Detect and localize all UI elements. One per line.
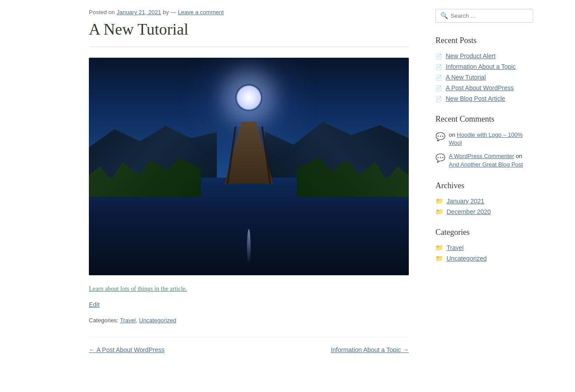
list-item: 📄 A New Tutorial [435, 74, 533, 81]
doc-icon: 📄 [435, 53, 442, 59]
recent-post-link-5[interactable]: New Blog Post Article [446, 95, 505, 102]
comment-bubble-icon-2: 💬 [435, 153, 445, 163]
edit-link[interactable]: Edit [89, 301, 100, 308]
category-travel[interactable]: Travel [120, 317, 136, 324]
post-body-link[interactable]: Learn about lots of things in the articl… [89, 285, 187, 292]
comment-on-label-2: on [516, 153, 522, 159]
folder-icon: 📁 [435, 198, 443, 205]
page-wrapper: Posted on January 21, 2021 by — Leave a … [0, 0, 575, 371]
category-uncategorized[interactable]: Uncategorized [139, 317, 176, 324]
category-link-1[interactable]: Travel [447, 244, 463, 251]
leave-comment-prefix: — [171, 9, 176, 16]
by-label: by [163, 9, 170, 16]
category-link-2[interactable]: Uncategorized [447, 255, 487, 262]
post-title: A New Tutorial [89, 20, 409, 39]
post-divider [89, 47, 409, 47]
post-meta: Posted on January 21, 2021 by — Leave a … [89, 9, 409, 16]
categories-heading: Categories [435, 228, 533, 237]
recent-post-link-4[interactable]: A Post About WordPress [446, 84, 514, 91]
main-content: Posted on January 21, 2021 by — Leave a … [89, 9, 409, 353]
doc-icon: 📄 [435, 96, 442, 102]
category-item-1: 📁 Travel [435, 244, 533, 251]
comment-link-1[interactable]: Hoodie with Logo – 100% Wool [449, 131, 523, 146]
folder-icon-4: 📁 [435, 255, 443, 262]
sidebar-archives: Archives 📁 January 2021 📁 December 2020 [435, 181, 533, 215]
list-item: 📄 New Product Alert [435, 52, 533, 59]
list-item: 📄 Information About a Topic [435, 63, 533, 70]
search-input[interactable] [451, 12, 528, 19]
sidebar: 🔍 Recent Posts 📄 New Product Alert 📄 Inf… [435, 9, 533, 353]
archive-item-2: 📁 December 2020 [435, 208, 533, 215]
sidebar-recent-posts: Recent Posts 📄 New Product Alert 📄 Infor… [435, 36, 533, 102]
category-item-2: 📁 Uncategorized [435, 255, 533, 262]
posted-on-label: Posted on [89, 9, 115, 16]
recent-posts-list: 📄 New Product Alert 📄 Information About … [435, 52, 533, 102]
doc-icon: 📄 [435, 64, 442, 70]
recent-post-link-1[interactable]: New Product Alert [446, 52, 495, 59]
post-navigation: A Post About WordPress Information About… [89, 337, 409, 353]
search-box: 🔍 [435, 9, 533, 23]
comment-author-link[interactable]: A WordPress Commenter [449, 153, 514, 159]
sidebar-categories: Categories 📁 Travel 📁 Uncategorized [435, 228, 533, 262]
list-item: 📄 New Blog Post Article [435, 95, 533, 102]
comment-item-2: 💬 A WordPress Commenter on And Another G… [435, 152, 533, 168]
doc-icon: 📄 [435, 85, 442, 91]
comment-on-label-1: on [449, 131, 455, 138]
post-date-link[interactable]: January 21, 2021 [116, 9, 161, 16]
nav-prev-link[interactable]: A Post About WordPress [89, 346, 164, 353]
comment-text-2: A WordPress Commenter on And Another Gre… [449, 152, 533, 168]
doc-icon: 📄 [435, 75, 442, 81]
archives-heading: Archives [435, 181, 533, 190]
nav-next-link[interactable]: Information About a Topic [331, 346, 409, 353]
post-image-container [89, 58, 409, 275]
recent-posts-heading: Recent Posts [435, 36, 533, 45]
post-categories: Categories: Travel, Uncategorized [89, 317, 409, 324]
sidebar-recent-comments: Recent Comments 💬 on Hoodie with Logo – … [435, 115, 533, 169]
comment-item-1: 💬 on Hoodie with Logo – 100% Wool [435, 131, 533, 147]
post-body: Learn about lots of things in the articl… [89, 284, 409, 294]
folder-icon-2: 📁 [435, 208, 443, 215]
leave-comment-link[interactable]: Leave a comment [178, 9, 224, 16]
search-icon: 🔍 [440, 12, 448, 20]
categories-label: Categories: [89, 317, 118, 324]
comment-bubble-icon: 💬 [435, 132, 445, 142]
archive-link-2[interactable]: December 2020 [447, 208, 491, 215]
comment-text-1: on Hoodie with Logo – 100% Wool [449, 131, 533, 147]
water-reflection [247, 229, 251, 265]
archive-link-1[interactable]: January 2021 [447, 198, 484, 205]
recent-post-link-3[interactable]: A New Tutorial [446, 74, 486, 81]
post-edit: Edit [89, 301, 409, 308]
folder-icon-3: 📁 [435, 244, 443, 251]
archive-item-1: 📁 January 2021 [435, 198, 533, 205]
recent-comments-heading: Recent Comments [435, 115, 533, 124]
list-item: 📄 A Post About WordPress [435, 84, 533, 91]
post-image [89, 58, 409, 275]
comment-link-2[interactable]: And Another Great Blog Post [449, 161, 523, 168]
moon [236, 84, 262, 111]
recent-post-link-2[interactable]: Information About a Topic [446, 63, 516, 70]
